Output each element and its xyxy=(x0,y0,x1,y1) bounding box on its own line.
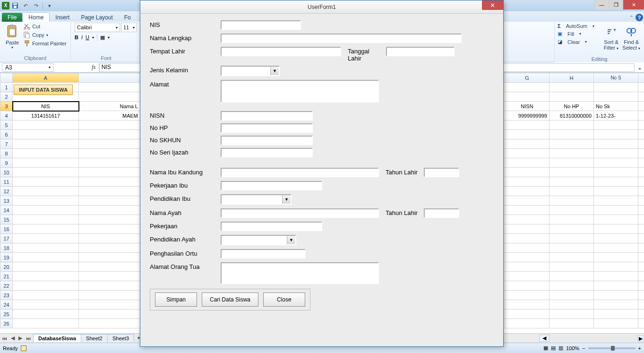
cell[interactable] xyxy=(79,130,140,139)
cell[interactable] xyxy=(79,272,140,281)
input-tempat-lahir[interactable] xyxy=(221,47,341,56)
cell[interactable] xyxy=(638,262,644,272)
row-header[interactable]: 7 xyxy=(0,139,13,149)
cell[interactable] xyxy=(550,224,594,234)
cell[interactable] xyxy=(13,121,79,130)
simpan-button[interactable]: Simpan xyxy=(155,293,197,307)
cell[interactable] xyxy=(13,291,79,300)
cell[interactable] xyxy=(638,92,644,102)
tab-home[interactable]: Home xyxy=(22,12,50,22)
cell[interactable]: 1314151617 xyxy=(13,111,79,121)
cell[interactable] xyxy=(594,168,638,177)
cell[interactable] xyxy=(594,149,638,158)
textarea-alamat[interactable] xyxy=(221,80,379,103)
cell[interactable] xyxy=(638,291,644,300)
row-header[interactable]: 12 xyxy=(0,187,13,196)
col-header-G[interactable]: G xyxy=(505,73,550,83)
cell[interactable] xyxy=(594,196,638,206)
help-icon[interactable]: ? xyxy=(635,14,643,21)
italic-button[interactable]: I xyxy=(81,34,83,40)
cell[interactable] xyxy=(13,310,79,319)
cell[interactable] xyxy=(638,272,644,281)
cell[interactable] xyxy=(505,130,550,139)
cell[interactable] xyxy=(550,177,594,187)
cell[interactable]: 9999999999 xyxy=(505,111,550,121)
qat-undo-icon[interactable]: ↶ xyxy=(21,1,30,10)
cell[interactable] xyxy=(550,139,594,149)
cell[interactable] xyxy=(638,130,644,139)
dialog-titlebar[interactable]: UserForm1 ✕ xyxy=(140,0,503,14)
ribbon-caret-icon[interactable]: ⌃ xyxy=(629,15,634,21)
cell[interactable] xyxy=(79,291,140,300)
select-all-cell[interactable] xyxy=(0,73,13,83)
cell[interactable] xyxy=(550,319,594,328)
cell[interactable] xyxy=(638,158,644,168)
cell[interactable]: Nama L xyxy=(79,102,140,111)
input-no-seri-ijazah[interactable] xyxy=(221,148,313,157)
row-header[interactable]: 26 xyxy=(0,319,13,328)
cell[interactable] xyxy=(505,83,550,92)
row-header[interactable]: 8 xyxy=(0,149,13,158)
cell[interactable] xyxy=(594,130,638,139)
sheet-nav-first-icon[interactable]: ⏮ xyxy=(0,336,9,341)
cell[interactable] xyxy=(638,149,644,158)
cell[interactable] xyxy=(505,281,550,291)
row-header[interactable]: 21 xyxy=(0,272,13,281)
cell[interactable] xyxy=(505,234,550,243)
cut-button[interactable]: Cut xyxy=(23,23,68,30)
row-header[interactable]: 10 xyxy=(0,168,13,177)
cell[interactable] xyxy=(550,92,594,102)
col-header-A[interactable]: A xyxy=(13,73,79,83)
row-header[interactable]: 16 xyxy=(0,224,13,234)
cell[interactable] xyxy=(79,187,140,196)
cell[interactable]: 1-12-23- xyxy=(594,111,638,121)
cell[interactable] xyxy=(13,262,79,272)
zoom-slider[interactable] xyxy=(588,347,635,349)
row-header[interactable]: 9 xyxy=(0,158,13,168)
cell[interactable] xyxy=(594,234,638,243)
cell[interactable] xyxy=(594,291,638,300)
format-painter-button[interactable]: Format Painter xyxy=(23,40,68,47)
cell[interactable] xyxy=(594,177,638,187)
row-header[interactable]: 20 xyxy=(0,262,13,272)
input-no-skhun[interactable] xyxy=(221,136,313,145)
cell[interactable] xyxy=(550,130,594,139)
row-header[interactable]: 15 xyxy=(0,215,13,224)
cell[interactable] xyxy=(638,187,644,196)
copy-button[interactable]: Copy ▾ xyxy=(23,31,68,39)
cell[interactable] xyxy=(594,272,638,281)
tab-file[interactable]: File xyxy=(2,13,22,22)
hscroll-right-icon[interactable]: ▶ xyxy=(637,335,644,342)
bold-button[interactable]: B xyxy=(75,34,78,40)
qat-save-icon[interactable] xyxy=(10,1,20,10)
cell[interactable] xyxy=(505,215,550,224)
cell[interactable] xyxy=(13,243,79,253)
fill-button[interactable]: ▣ Fill ▾ xyxy=(557,30,602,37)
combo-pendidikan-ibu[interactable]: ▼ xyxy=(221,194,292,205)
cell[interactable] xyxy=(638,215,644,224)
cell[interactable] xyxy=(594,92,638,102)
cell[interactable] xyxy=(594,139,638,149)
cell[interactable] xyxy=(505,224,550,234)
cell[interactable] xyxy=(638,253,644,262)
cell[interactable] xyxy=(638,102,644,111)
row-header[interactable]: 4 xyxy=(0,111,13,121)
tab-formulas[interactable]: Fo xyxy=(119,13,137,22)
cell[interactable] xyxy=(79,224,140,234)
cell[interactable] xyxy=(505,243,550,253)
hscroll-left-icon[interactable]: ◀ xyxy=(539,335,550,342)
cell[interactable] xyxy=(13,177,79,187)
cell[interactable] xyxy=(550,149,594,158)
row-header[interactable]: 14 xyxy=(0,206,13,215)
cell[interactable] xyxy=(638,234,644,243)
cell[interactable]: No Sk xyxy=(594,102,638,111)
cell[interactable] xyxy=(550,168,594,177)
cell[interactable] xyxy=(594,121,638,130)
cell[interactable] xyxy=(550,187,594,196)
cell[interactable] xyxy=(505,310,550,319)
name-box[interactable]: A3▾ xyxy=(2,63,54,72)
cell[interactable] xyxy=(550,262,594,272)
cell[interactable] xyxy=(594,187,638,196)
cell[interactable] xyxy=(79,215,140,224)
zoom-out-button[interactable]: − xyxy=(582,345,585,351)
